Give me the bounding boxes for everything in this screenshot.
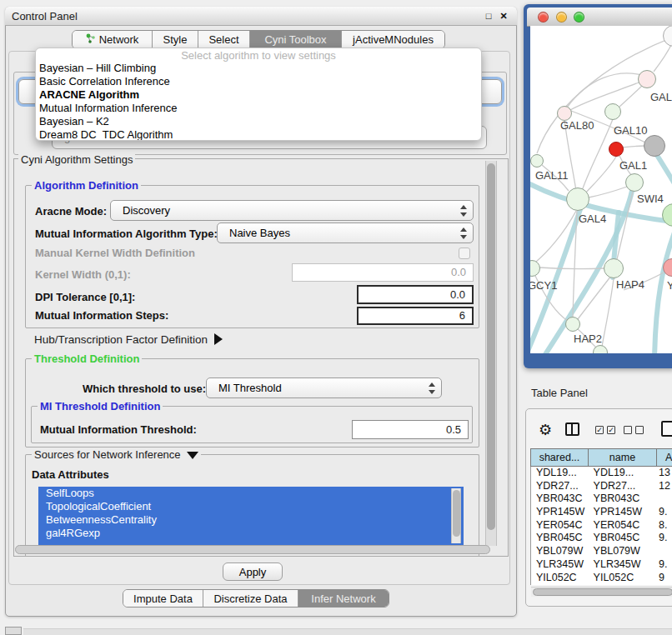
- attributes-scrollbar[interactable]: [451, 488, 461, 543]
- attribute-item[interactable]: TopologicalCoefficient: [38, 500, 464, 513]
- split-columns-icon[interactable]: [565, 422, 579, 436]
- mi-type-combo[interactable]: Naive Bayes: [217, 222, 474, 243]
- table-row[interactable]: YBL079WYBL079W: [531, 545, 672, 558]
- network-canvas[interactable]: GALGAL80GAL10GAL1GAL11GAL4SWI4GCY1HAP4YH…: [530, 26, 672, 353]
- table-horizontal-thumb[interactable]: [533, 588, 672, 596]
- zoom-window-button[interactable]: [574, 12, 584, 22]
- node-hap2[interactable]: [565, 317, 580, 332]
- table-row[interactable]: YIL052CYIL052C9: [531, 572, 672, 585]
- kernel-width-field[interactable]: 0.0: [292, 263, 474, 282]
- algorithm-option[interactable]: ARACNE Algorithm: [36, 88, 481, 102]
- page-icon[interactable]: [661, 421, 672, 437]
- kernel-width-value: 0.0: [451, 266, 466, 278]
- apply-button[interactable]: Apply: [223, 562, 283, 581]
- algorithm-dropdown-popup: Select algorithm to view settings Bayesi…: [35, 48, 482, 141]
- sources-title: Sources for Network Inference: [32, 448, 201, 461]
- tab-select[interactable]: Select: [198, 31, 250, 48]
- gear-icon[interactable]: ⚙: [539, 421, 552, 439]
- table-row[interactable]: YPR145WYPR145W9.: [531, 506, 672, 519]
- mini-toggle-button[interactable]: [5, 627, 22, 635]
- control-panel-tabbar: Network Style Select Cyni Toolbox jActiv…: [72, 30, 445, 49]
- which-threshold-combo[interactable]: MI Threshold: [206, 378, 442, 398]
- algorithm-option[interactable]: Mutual Information Inference: [36, 102, 481, 115]
- attribute-item[interactable]: gal4RGexp: [38, 527, 464, 540]
- settings-horizontal-scrollbar[interactable]: [15, 545, 490, 554]
- table-row[interactable]: YDL19...YDL19...13: [531, 467, 672, 480]
- attribute-item[interactable]: SelfLoops: [38, 487, 464, 500]
- table-row[interactable]: YDR27...YDR27...12: [531, 480, 672, 493]
- table-cell: YLR345W: [531, 558, 589, 572]
- threshold-definition-title: Threshold Definition: [32, 352, 142, 365]
- column-header[interactable]: A: [656, 448, 672, 467]
- network-node[interactable]: [609, 142, 624, 157]
- dropdown-prompt: Select algorithm to view settings: [36, 49, 481, 62]
- table-cell: YIL052C: [531, 572, 589, 585]
- table-horizontal-scrollbar[interactable]: [531, 587, 672, 597]
- unchecked-column-icon[interactable]: [635, 426, 644, 434]
- tab-impute-data[interactable]: Impute Data: [123, 590, 203, 607]
- mi-threshold-label: Mutual Information Threshold:: [40, 423, 197, 436]
- data-attributes-list: SelfLoopsTopologicalCoefficientBetweenne…: [38, 487, 464, 545]
- dpi-tolerance-field[interactable]: 0.0: [357, 285, 474, 304]
- node-hap4[interactable]: [604, 258, 624, 278]
- table-row[interactable]: YLR345WYLR345W9.: [531, 558, 672, 572]
- algorithm-option[interactable]: Bayesian – K2: [36, 115, 481, 128]
- attribute-item[interactable]: BetweennessCentrality: [38, 513, 464, 527]
- algorithm-option[interactable]: Bayesian – Hill Climbing: [36, 62, 481, 75]
- manual-kernel-checkbox[interactable]: [459, 248, 470, 259]
- control-panel-titlebar: Control Panel □ ✕: [5, 7, 517, 26]
- tab-discretize-data[interactable]: Discretize Data: [203, 590, 298, 607]
- algorithm-option[interactable]: Basic Correlation Inference: [36, 75, 481, 88]
- panel-title: Control Panel: [12, 10, 78, 22]
- attributes-scrollbar-thumb[interactable]: [453, 490, 460, 537]
- mi-steps-field[interactable]: 6: [357, 307, 474, 325]
- which-threshold-value: MI Threshold: [218, 382, 282, 394]
- tab-infer-network[interactable]: Infer Network: [298, 590, 389, 607]
- mi-threshold-field[interactable]: 0.5: [352, 420, 469, 439]
- table-row[interactable]: YBR043CYBR043C: [531, 492, 672, 506]
- column-header[interactable]: shared...: [530, 448, 588, 467]
- node-label: GCY1: [530, 279, 557, 292]
- table-cell: YBL079W: [589, 545, 657, 558]
- table-toolbar: ⚙ ✓ ✓: [530, 421, 672, 442]
- stepper-arrows-icon: [460, 227, 467, 240]
- expand-arrow-icon[interactable]: [214, 333, 223, 345]
- table-row[interactable]: YBR045CYBR045C9.: [531, 532, 672, 545]
- close-icon[interactable]: ✕: [497, 9, 510, 22]
- float-window-icon[interactable]: □: [482, 9, 495, 22]
- table-row[interactable]: YER054CYER054C8.: [531, 519, 672, 532]
- settings-vertical-thumb[interactable]: [487, 163, 495, 530]
- network-icon: [86, 33, 96, 47]
- algorithm-list: Bayesian – Hill ClimbingBasic Correlatio…: [36, 62, 481, 141]
- tab-network[interactable]: Network: [73, 31, 153, 48]
- node-gal1[interactable]: [625, 173, 644, 192]
- table-cell: 8.: [656, 519, 672, 532]
- table-cell: 9.: [656, 558, 672, 572]
- close-window-button[interactable]: [538, 12, 549, 22]
- tab-jactivemnodules[interactable]: jActiveMNodules: [342, 31, 444, 48]
- algorithm-option[interactable]: Dream8 DC_TDC Algorithm: [36, 128, 481, 141]
- node-gal4[interactable]: [566, 188, 589, 211]
- node-label: Y: [667, 279, 672, 292]
- tab-cyni-toolbox[interactable]: Cyni Toolbox: [250, 31, 342, 48]
- node-gal10[interactable]: [604, 103, 621, 120]
- collapse-arrow-icon[interactable]: [187, 452, 198, 459]
- checked-column-icon[interactable]: ✓: [607, 426, 615, 434]
- network-view-window: GALGAL80GAL10GAL1GAL11GAL4SWI4GCY1HAP4YH…: [524, 4, 672, 368]
- node-gal[interactable]: [638, 70, 656, 88]
- network-node[interactable]: [644, 135, 665, 157]
- table-body[interactable]: YDL19...YDL19...13YDR27...YDR27...12YBR0…: [530, 467, 672, 585]
- column-header[interactable]: name: [588, 448, 656, 467]
- tab-style[interactable]: Style: [153, 31, 198, 48]
- unchecked-column-icon[interactable]: [624, 426, 632, 434]
- checked-column-icon[interactable]: ✓: [595, 426, 604, 434]
- node-label: HAP4: [616, 278, 644, 291]
- aracne-mode-combo[interactable]: Discovery: [110, 200, 474, 221]
- node-gal11[interactable]: [530, 154, 544, 168]
- settings-vertical-scrollbar[interactable]: [485, 161, 497, 546]
- minimize-window-button[interactable]: [556, 12, 567, 22]
- table-cell: 9.: [656, 532, 672, 545]
- table-cell: YBR045C: [531, 532, 589, 545]
- table-cell: YIL052C: [589, 572, 657, 585]
- node-label: GAL11: [535, 169, 569, 182]
